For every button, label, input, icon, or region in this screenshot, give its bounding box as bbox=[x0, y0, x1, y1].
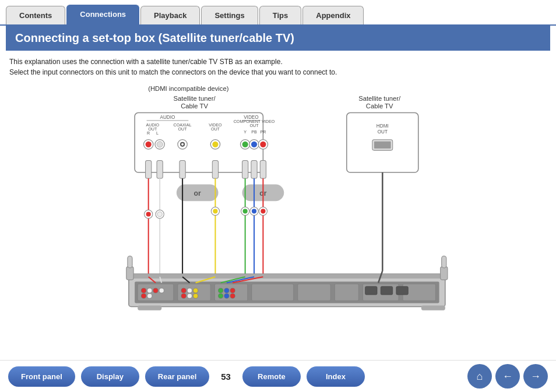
svg-text:Cable TV: Cable TV bbox=[366, 103, 393, 110]
svg-point-88 bbox=[147, 288, 152, 293]
index-button[interactable]: Index bbox=[307, 366, 365, 387]
svg-rect-119 bbox=[442, 256, 446, 267]
bottom-nav-left: Front panel Display Rear panel 53 Remote… bbox=[8, 366, 365, 387]
svg-rect-116 bbox=[126, 267, 133, 280]
svg-point-22 bbox=[181, 143, 184, 146]
tab-playback[interactable]: Playback bbox=[140, 6, 200, 24]
svg-text:or: or bbox=[194, 189, 202, 197]
svg-rect-117 bbox=[128, 256, 132, 267]
svg-point-75 bbox=[261, 209, 265, 214]
svg-text:HDMI: HDMI bbox=[376, 123, 389, 129]
svg-point-103 bbox=[224, 294, 229, 298]
svg-text:Satellite tuner/: Satellite tuner/ bbox=[358, 95, 401, 102]
svg-text:L: L bbox=[156, 131, 159, 136]
svg-text:OUT: OUT bbox=[211, 127, 220, 132]
svg-point-87 bbox=[141, 288, 146, 293]
svg-point-71 bbox=[243, 209, 248, 214]
front-panel-button[interactable]: Front panel bbox=[8, 366, 75, 387]
svg-rect-118 bbox=[441, 267, 448, 280]
svg-rect-53 bbox=[260, 161, 266, 179]
description-line2: Select the input connectors on this unit… bbox=[9, 67, 547, 77]
svg-point-33 bbox=[242, 142, 248, 147]
home-icon: ⌂ bbox=[477, 370, 483, 383]
svg-rect-106 bbox=[381, 287, 392, 295]
svg-text:Satellite tuner/: Satellite tuner/ bbox=[174, 95, 216, 102]
svg-point-17 bbox=[157, 142, 163, 147]
svg-point-67 bbox=[157, 212, 162, 217]
svg-text:OUT: OUT bbox=[378, 129, 388, 135]
back-button[interactable]: ← bbox=[495, 364, 520, 389]
svg-point-89 bbox=[153, 288, 158, 293]
svg-rect-42 bbox=[374, 142, 391, 149]
tab-tips[interactable]: Tips bbox=[259, 6, 302, 24]
content-area: This explanation uses the connection wit… bbox=[0, 51, 556, 315]
svg-text:PB: PB bbox=[251, 130, 257, 135]
svg-text:AUDIO: AUDIO bbox=[160, 115, 175, 120]
description-line1: This explanation uses the connection wit… bbox=[9, 56, 547, 67]
svg-rect-84 bbox=[335, 284, 358, 301]
connection-diagram: (HDMI incompatible device) Satellite tun… bbox=[9, 80, 547, 313]
svg-rect-83 bbox=[298, 284, 330, 301]
svg-rect-120 bbox=[138, 305, 161, 310]
tab-connections[interactable]: Connections bbox=[66, 5, 139, 24]
svg-text:OUT: OUT bbox=[249, 123, 259, 128]
rear-panel-button[interactable]: Rear panel bbox=[145, 366, 209, 387]
display-button[interactable]: Display bbox=[81, 366, 139, 387]
svg-point-94 bbox=[187, 288, 192, 293]
tab-contents[interactable]: Contents bbox=[6, 6, 65, 24]
bottom-navigation: Front panel Display Rear panel 53 Remote… bbox=[0, 360, 556, 392]
svg-point-35 bbox=[251, 142, 257, 147]
svg-point-101 bbox=[230, 288, 235, 293]
svg-text:PR: PR bbox=[260, 130, 266, 135]
svg-rect-48 bbox=[157, 161, 163, 179]
svg-rect-82 bbox=[252, 284, 294, 301]
nav-tabs: Contents Connections Playback Settings T… bbox=[0, 0, 556, 24]
svg-rect-47 bbox=[146, 161, 152, 179]
svg-text:Y: Y bbox=[244, 130, 247, 135]
svg-rect-52 bbox=[251, 161, 257, 179]
svg-point-73 bbox=[252, 209, 256, 214]
svg-text:R: R bbox=[147, 131, 150, 136]
svg-point-93 bbox=[181, 288, 186, 293]
svg-rect-49 bbox=[180, 161, 185, 179]
svg-rect-107 bbox=[396, 287, 408, 295]
svg-point-97 bbox=[187, 294, 192, 298]
svg-point-95 bbox=[193, 288, 198, 293]
tab-appendix[interactable]: Appendix bbox=[302, 6, 364, 24]
svg-text:OUT: OUT bbox=[178, 127, 188, 132]
svg-point-92 bbox=[147, 294, 152, 298]
tab-settings[interactable]: Settings bbox=[201, 6, 258, 24]
svg-point-96 bbox=[181, 294, 186, 298]
svg-point-102 bbox=[219, 294, 223, 298]
remote-button[interactable]: Remote bbox=[242, 366, 301, 387]
svg-point-98 bbox=[193, 294, 198, 298]
forward-arrow-icon: → bbox=[530, 370, 541, 383]
svg-point-90 bbox=[159, 288, 164, 293]
svg-point-65 bbox=[146, 212, 151, 217]
svg-point-15 bbox=[146, 142, 152, 147]
svg-rect-50 bbox=[212, 161, 218, 179]
svg-point-91 bbox=[141, 294, 146, 298]
svg-point-104 bbox=[230, 294, 235, 298]
svg-point-99 bbox=[219, 288, 223, 293]
bottom-nav-right: ⌂ ← → bbox=[467, 364, 548, 389]
svg-rect-51 bbox=[242, 161, 248, 179]
svg-rect-105 bbox=[365, 287, 377, 295]
svg-point-69 bbox=[213, 209, 217, 214]
svg-point-26 bbox=[212, 142, 218, 147]
back-arrow-icon: ← bbox=[502, 370, 513, 383]
svg-text:(HDMI incompatible device): (HDMI incompatible device) bbox=[148, 85, 228, 92]
svg-point-37 bbox=[260, 142, 266, 147]
home-button[interactable]: ⌂ bbox=[467, 364, 492, 389]
forward-button[interactable]: → bbox=[523, 364, 548, 389]
page-number: 53 bbox=[221, 372, 231, 382]
svg-rect-77 bbox=[129, 274, 445, 278]
svg-text:Cable TV: Cable TV bbox=[181, 103, 208, 110]
svg-point-100 bbox=[224, 288, 229, 293]
svg-rect-121 bbox=[421, 305, 445, 310]
page-title: Connecting a set-top box (Satellite tune… bbox=[6, 26, 550, 51]
